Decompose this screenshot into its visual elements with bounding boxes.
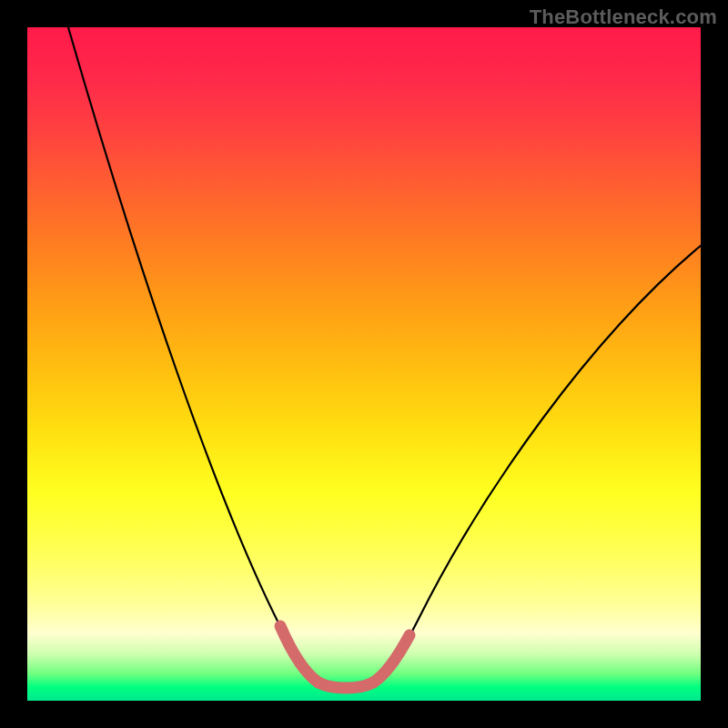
watermark-text: TheBottleneck.com — [530, 5, 717, 29]
